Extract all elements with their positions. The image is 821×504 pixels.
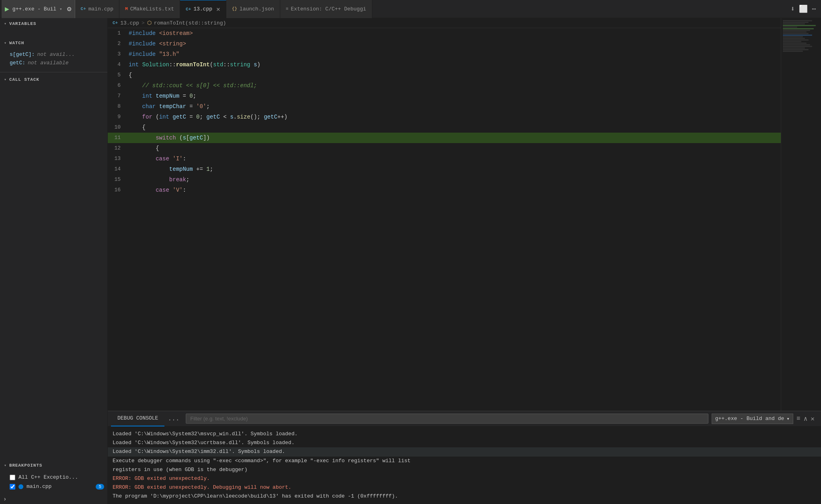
console-filter [186, 414, 708, 424]
breakpoint-main-cpp-checkbox[interactable] [10, 484, 15, 490]
line-content-8: char tempChar = '0'; [127, 101, 210, 112]
line-content-6: // std::cout << s[0] << std::endl; [127, 80, 257, 91]
tab-icon-main-cpp: C+ [81, 6, 86, 11]
line-content-12: { [127, 143, 159, 154]
console-clear-icon[interactable]: ≡ [796, 415, 800, 422]
code-line-6: 6 // std::cout << s[0] << std::endl; [108, 80, 781, 91]
line-number-1: 1 [108, 28, 127, 39]
line-number-7: 7 [108, 91, 127, 101]
code-line-9: 9 for (int getC = 0; getC < s.size(); ge… [108, 112, 781, 122]
breadcrumb-symbol-icon: ⬡ [147, 20, 152, 26]
watch-items: s[getC]: not avail... getC: not availabl… [0, 49, 107, 70]
debug-toolbar: ▶ g++.exe - Buil ▾ ⚙ [2, 0, 75, 18]
variables-section-header[interactable]: ▾ VARIABLES [0, 18, 107, 29]
breakpoint-main-cpp: main.cpp 5 [6, 482, 107, 491]
code-line-13: 13 case 'I': [108, 154, 781, 164]
code-editor: 1#include <iostream>2#include <string>3#… [108, 28, 781, 411]
callstack-section-header[interactable]: ▾ CALL STACK [0, 74, 107, 85]
line-number-3: 3 [108, 49, 127, 59]
code-line-12: 12 { [108, 143, 781, 154]
console-expand-icon[interactable]: ∧ [804, 415, 808, 423]
tab-close-13-cpp[interactable]: ✕ [216, 5, 220, 13]
line-number-2: 2 [108, 39, 127, 49]
breakpoints-section-header[interactable]: ▾ BREAKPOINTS [0, 460, 107, 471]
line-number-6: 6 [108, 80, 127, 91]
watch-value-2: not available [28, 60, 68, 66]
line-content-14: tempNum += 1; [127, 164, 213, 174]
code-line-2: 2#include <string> [108, 39, 781, 49]
variables-chevron: ▾ [4, 21, 7, 26]
breadcrumb-file: 13.cpp [120, 20, 139, 26]
console-tabs: DEBUG CONSOLE ... g++.exe - Build and de… [108, 411, 821, 426]
breadcrumb-symbol: romanToInt(std::string) [154, 20, 226, 26]
line-content-15: break; [127, 174, 189, 185]
tab-13-cpp[interactable]: C+13.cpp✕ [180, 0, 226, 18]
tab-extension[interactable]: ≡Extension: C/C++ Debuggi [280, 0, 372, 18]
line-number-14: 14 [108, 164, 127, 174]
code-line-15: 15 break; [108, 174, 781, 185]
debug-play-icon[interactable]: ▶ [5, 4, 9, 13]
console-line-4: ERROR: GDB exited unexpectedly. [113, 474, 816, 483]
breadcrumb-file-icon: C+ [113, 20, 118, 25]
console-line-2: Loaded 'C:\Windows\System32\imm32.dll'. … [108, 447, 821, 456]
line-content-5: { [127, 70, 132, 80]
console-output: Loaded 'C:\Windows\System32\msvcp_win.dl… [108, 426, 821, 504]
breakpoint-dot [18, 484, 23, 489]
watch-name-2: getC: [10, 60, 25, 66]
console-dropdown[interactable]: g++.exe - Build and de ▾ [712, 414, 793, 424]
code-line-5: 5{ [108, 70, 781, 80]
sidebar: ▾ VARIABLES ▾ WATCH s[getC]: not avail..… [0, 18, 108, 504]
line-content-3: #include "13.h" [127, 49, 179, 59]
breakpoint-main-cpp-label: main.cpp [27, 484, 51, 490]
breakpoint-badge: 5 [96, 484, 104, 490]
console-close-icon[interactable]: ✕ [811, 415, 815, 423]
tab-label-launch-json: launch.json [240, 6, 274, 12]
debug-dropdown-icon[interactable]: ▾ [60, 6, 62, 12]
download-icon[interactable]: ⬇ [790, 4, 795, 13]
console-tab-debug[interactable]: DEBUG CONSOLE [111, 411, 164, 426]
breakpoints-chevron: ▾ [4, 463, 7, 468]
breadcrumb: C+ 13.cpp > ⬡ romanToInt(std::string) [108, 18, 781, 28]
line-content-4: int Solution::romanToInt(std::string s) [127, 59, 261, 70]
tab-icon-13-cpp: C+ [186, 7, 191, 12]
callstack-label: CALL STACK [9, 77, 39, 82]
tab-cmake[interactable]: MCMakeLists.txt [119, 0, 180, 18]
line-number-16: 16 [108, 185, 127, 195]
layout-icon[interactable]: ⬜ [799, 4, 808, 13]
more-icon[interactable]: ⋯ [812, 4, 816, 13]
tab-icon-cmake: M [125, 6, 128, 11]
tab-launch-json[interactable]: {}launch.json [226, 0, 280, 18]
sidebar-expand[interactable]: › [0, 494, 107, 504]
breakpoints-items: All C++ Exceptio... main.cpp 5 [0, 471, 107, 494]
code-area: C+ 13.cpp > ⬡ romanToInt(std::string) 1#… [108, 18, 821, 411]
breakpoints-label: BREAKPOINTS [9, 463, 42, 468]
watch-section-header[interactable]: ▾ WATCH [0, 37, 107, 49]
tabs-container: C+main.cppMCMakeLists.txtC+13.cpp✕{}laun… [75, 0, 786, 18]
tab-main-cpp[interactable]: C+main.cpp [75, 0, 120, 18]
line-number-9: 9 [108, 112, 127, 122]
console-line-3: Execute debugger commands using "-exec <… [113, 457, 816, 474]
line-content-2: #include <string> [127, 39, 186, 49]
console-filter-input[interactable] [186, 414, 708, 424]
console-tab-more[interactable]: ... [164, 415, 183, 422]
tab-label-main-cpp: main.cpp [88, 6, 113, 12]
debug-settings-icon[interactable]: ⚙ [67, 4, 72, 13]
code-line-7: 7 int tempNum = 0; [108, 91, 781, 101]
breakpoint-all-exceptions-checkbox[interactable] [10, 475, 15, 480]
console-line-5: ERROR: GDB exited unexpectedly. Debuggin… [113, 483, 816, 492]
code-line-16: 16 case 'V': [108, 185, 781, 195]
debug-label[interactable]: g++.exe - Buil [11, 6, 58, 12]
tab-bar: ▶ g++.exe - Buil ▾ ⚙ C+main.cppMCMakeLis… [0, 0, 821, 18]
code-line-14: 14 tempNum += 1; [108, 164, 781, 174]
watch-value-1: not avail... [37, 51, 75, 57]
code-line-1: 1#include <iostream> [108, 28, 781, 39]
watch-item-2: getC: not available [6, 59, 107, 67]
line-number-15: 15 [108, 174, 127, 185]
code-line-3: 3#include "13.h" [108, 49, 781, 59]
line-number-10: 10 [108, 122, 127, 133]
console-dropdown-label: g++.exe - Build and de [715, 416, 784, 422]
console-actions: ≡ ∧ ✕ [793, 415, 818, 423]
line-content-16: case 'V': [127, 185, 186, 195]
code-line-11: 11 switch (s[getC]) [108, 133, 781, 143]
tab-icon-extension: ≡ [286, 6, 289, 11]
